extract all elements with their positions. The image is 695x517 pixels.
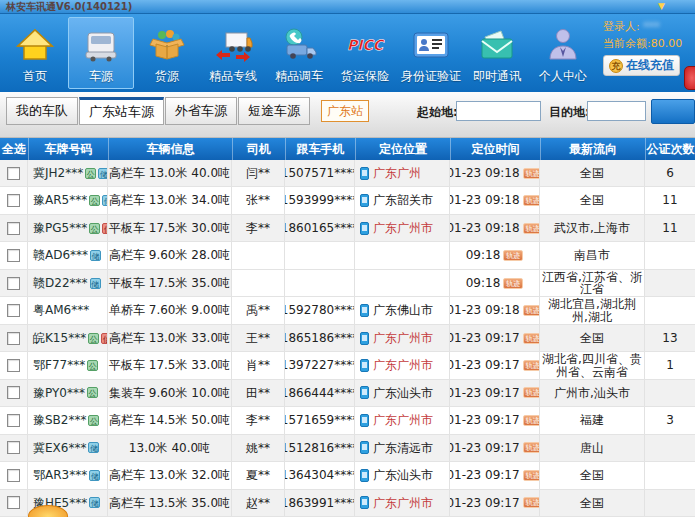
track-badge[interactable]: 轨迹	[523, 387, 540, 398]
toolbar-item-premium-line[interactable]: 精品专线	[200, 17, 266, 89]
toolbar-item-id-verify[interactable]: 身份证验证	[398, 17, 464, 89]
table-row[interactable]: 豫HE5***储高栏车 13.5米 35.0吨赵**1863991****广东广…	[0, 490, 695, 517]
flow-cell: 福建	[540, 407, 645, 433]
plate-badge-green: 公	[87, 360, 98, 371]
phone-cell: 1397227****	[285, 352, 355, 378]
station-dropdown[interactable]: 广东站	[321, 100, 369, 122]
table-row[interactable]: 豫PY0***公集装车 9.60米 10.0吨田**1866444****广东汕…	[0, 380, 695, 407]
table-row[interactable]: 冀JH2***公储高栏车 13.0米 40.0吨闫**1507571****广东…	[0, 160, 695, 187]
flow-cell: 广州市,汕头市	[540, 380, 645, 406]
locate-time: 01-23 09:17	[450, 359, 520, 372]
table-row[interactable]: 皖K15***公信高栏车 13.0米 33.0吨王**1865186****广东…	[0, 325, 695, 352]
plate-cell: 豫PY0***公	[28, 380, 108, 406]
track-badge[interactable]: 轨迹	[523, 333, 540, 344]
phone-cell	[285, 270, 355, 296]
main-toolbar: 首页车源货源精品专线精品调车PICC货运保险身份证验证即时通讯个人中心 登录人:…	[0, 14, 695, 92]
row-checkbox[interactable]	[7, 332, 20, 345]
row-checkbox[interactable]	[7, 359, 20, 372]
tab-short-haul[interactable]: 短途车源	[238, 97, 310, 125]
flow-cell: 江西省,江苏省、浙江省	[540, 270, 645, 296]
location-text: 广东广州市	[373, 222, 433, 235]
track-badge[interactable]: 轨迹	[523, 470, 540, 481]
track-badge[interactable]: 轨迹	[523, 497, 540, 508]
plate-cell: 豫PG5***公信	[28, 215, 108, 241]
locate-time: 01-23 09:18	[450, 194, 520, 207]
chevron-down-icon[interactable]: ▼	[658, 0, 665, 13]
recharge-button[interactable]: 充 在线充值	[603, 55, 680, 76]
row-checkbox[interactable]	[7, 249, 20, 262]
track-badge[interactable]: 轨迹	[523, 168, 540, 179]
tab-gd-station[interactable]: 广东站车源	[79, 97, 164, 125]
table-row[interactable]: 鄂F77***公平板车 17.5米 33.0吨肖**1397227****广东广…	[0, 352, 695, 379]
track-badge[interactable]: 轨迹	[503, 278, 523, 289]
toolbar-items: 首页车源货源精品专线精品调车PICC货运保险身份证验证即时通讯个人中心	[2, 17, 596, 89]
row-checkbox[interactable]	[7, 304, 20, 317]
select-cell	[0, 297, 28, 323]
customer-service-icon[interactable]	[684, 66, 695, 90]
time-cell: 01-23 09:17轨迹	[450, 435, 540, 461]
phone-cell: 1593999****	[285, 187, 355, 213]
search-button[interactable]	[651, 99, 695, 124]
location-text: 广东汕头市	[373, 469, 433, 482]
toolbar-item-messaging[interactable]: 即时通讯	[464, 17, 530, 89]
toolbar-item-cargo[interactable]: 货源	[134, 17, 200, 89]
origin-input[interactable]	[456, 101, 541, 121]
plate-number: 豫SB2***	[33, 414, 86, 427]
home-icon	[15, 25, 55, 65]
table-row[interactable]: 鄂AR3***储高栏车 13.0米 32.0吨夏**1364304****广东汕…	[0, 462, 695, 489]
row-checkbox[interactable]	[7, 277, 20, 290]
count-cell	[645, 380, 695, 406]
row-checkbox[interactable]	[7, 496, 20, 509]
toolbar-item-label: 货运保险	[341, 68, 389, 85]
location-cell: 广东广州市	[355, 490, 450, 516]
row-checkbox[interactable]	[7, 167, 20, 180]
row-checkbox[interactable]	[7, 194, 20, 207]
location-text: 广东韶关市	[373, 194, 433, 207]
row-checkbox[interactable]	[7, 222, 20, 235]
track-badge[interactable]: 轨迹	[503, 250, 523, 261]
table-header-row: 全选车牌号码车辆信息司机跟车手机定位位置定位时间最新流向公证次数	[0, 138, 695, 160]
row-checkbox[interactable]	[7, 386, 20, 399]
table-row[interactable]: 豫SB2***公高栏车 14.5米 50.0吨李**1571659****广东广…	[0, 407, 695, 434]
toolbar-item-vehicles[interactable]: 车源	[68, 17, 134, 89]
track-badge[interactable]: 轨迹	[523, 223, 540, 234]
count-cell	[645, 242, 695, 268]
track-badge[interactable]: 轨迹	[523, 305, 540, 316]
table-row[interactable]: 赣AD6***储高栏车 9.60米 28.0吨09:18轨迹南昌市	[0, 242, 695, 269]
tab-my-fleet[interactable]: 我的车队	[6, 97, 78, 125]
select-cell	[0, 270, 28, 296]
login-label: 登录人:	[603, 20, 640, 33]
vehicle-cell: 高栏车 13.0米 33.0吨	[108, 325, 232, 351]
plate-cell: 豫SB2***公	[28, 407, 108, 433]
row-checkbox[interactable]	[7, 414, 20, 427]
table-row[interactable]: 冀EX6***储13.0米 40.0吨姚**1512816****广东清远市01…	[0, 435, 695, 462]
track-badge[interactable]: 轨迹	[523, 415, 540, 426]
plate-badge-green: 公	[85, 168, 96, 179]
toolbar-item-profile[interactable]: 个人中心	[530, 17, 596, 89]
track-badge[interactable]: 轨迹	[523, 195, 540, 206]
count-cell: 3	[645, 407, 695, 433]
plate-badge-green: 公	[88, 415, 99, 426]
driver-cell: 李**	[232, 215, 285, 241]
driver-cell: 张**	[232, 187, 285, 213]
table-row[interactable]: 赣D22***储平板车 17.5米 35.0吨09:18轨迹江西省,江苏省、浙江…	[0, 270, 695, 297]
location-cell: 广东清远市	[355, 435, 450, 461]
gps-phone-icon	[360, 496, 369, 509]
tab-other-province[interactable]: 外省车源	[165, 97, 237, 125]
count-cell: 6	[645, 160, 695, 186]
track-badge[interactable]: 轨迹	[523, 442, 540, 453]
row-checkbox[interactable]	[7, 469, 20, 482]
phone-cell: 1571659****	[285, 407, 355, 433]
table-row[interactable]: 豫AR5***公储高栏车 13.0米 34.0吨张**1593999****广东…	[0, 187, 695, 214]
toolbar-item-home[interactable]: 首页	[2, 17, 68, 89]
driver-cell: 姚**	[232, 435, 285, 461]
count-cell: 11	[645, 187, 695, 213]
table-row[interactable]: 粤AM6***单桥车 7.60米 9.00吨禹**1592780****广东佛山…	[0, 297, 695, 324]
toolbar-item-premium-dispatch[interactable]: 精品调车	[266, 17, 332, 89]
row-checkbox[interactable]	[7, 441, 20, 454]
toolbar-item-insurance[interactable]: PICC货运保险	[332, 17, 398, 89]
track-badge[interactable]: 轨迹	[523, 360, 540, 371]
destination-input[interactable]	[587, 101, 646, 121]
table-row[interactable]: 豫PG5***公信平板车 17.5米 30.0吨李**1860165****广东…	[0, 215, 695, 242]
location-text: 广东广州市	[373, 359, 433, 372]
